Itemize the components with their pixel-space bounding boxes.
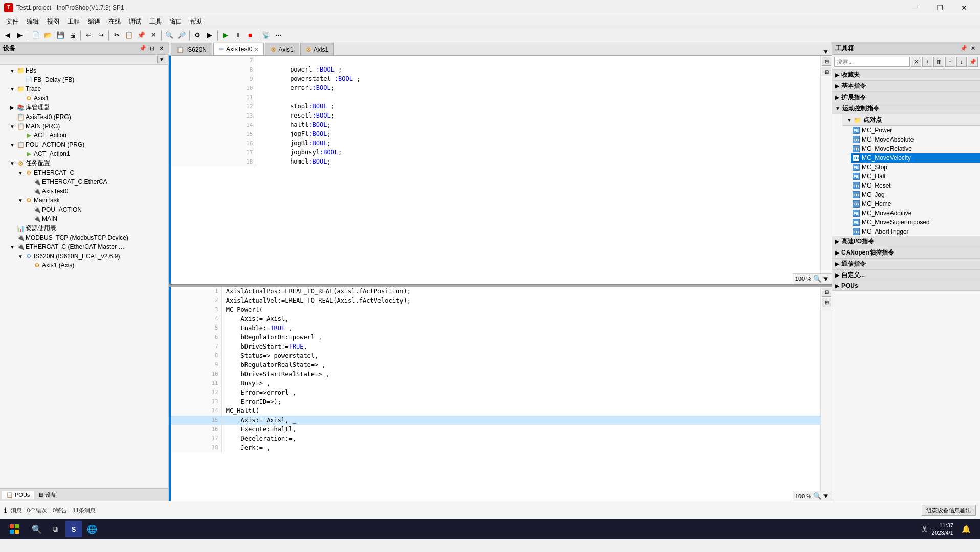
toolbar-find[interactable]: 🔍 xyxy=(164,30,175,41)
tree-node-maintask[interactable]: ▼ ⚙ MainTask xyxy=(0,196,168,205)
toolbar-save[interactable]: 💾 xyxy=(55,30,66,41)
expand-icon-axis1-main[interactable] xyxy=(25,261,33,269)
tab-AxisTest0[interactable]: ✏ AxisTest0 ✕ xyxy=(213,43,264,55)
expand-icon-resource[interactable] xyxy=(8,224,16,233)
tree-node-axistest0[interactable]: 📋 AxisTest0 (PRG) xyxy=(0,112,168,122)
toolbox-section-motion[interactable]: ▼ 运动控制指令 xyxy=(832,103,980,114)
expand-icon-fbs[interactable]: ▼ xyxy=(8,66,16,75)
toolbox-item-mc-halt[interactable]: FB MC_Halt xyxy=(851,172,980,181)
tree-node-ethercat-ecat[interactable]: 🔌 ETHERCAT_C.EtherCA xyxy=(0,177,168,187)
tree-node-main-prg[interactable]: ▼ 📋 MAIN (PRG) xyxy=(0,122,168,131)
menu-compile[interactable]: 编译 xyxy=(84,16,104,28)
toolbox-item-mc-home[interactable]: FB MC_Home xyxy=(851,199,980,209)
tree-node-is620n[interactable]: ▼ ⚙ IS620N (IS620N_ECAT_v2.6.9) xyxy=(0,251,168,261)
tab-Axis1-1[interactable]: ⚙ Axis1 xyxy=(265,43,299,55)
toolbar-delete[interactable]: ✕ xyxy=(148,30,159,41)
expand-icon-ecat[interactable] xyxy=(25,178,33,186)
expand-icon-pou-action-sub[interactable] xyxy=(25,205,33,214)
tree-node-axistest0-sub[interactable]: 🔌 AxisTest0 xyxy=(0,187,168,196)
toolbox-section-highspeed[interactable]: ▶ 高速I/O指令 xyxy=(832,236,980,247)
search-pin-button[interactable]: 📌 xyxy=(968,57,978,67)
code-area-top[interactable]: 7 8 powerl :BOOL ; 9 powerstatel :BOOL ; xyxy=(171,56,820,284)
close-button[interactable]: ✕ xyxy=(952,0,976,15)
left-tab-pous[interactable]: 📋 POUs xyxy=(2,491,34,499)
expand-icon-act-action[interactable] xyxy=(16,131,25,140)
tree-node-act-action1[interactable]: ▶ ACT_Action1 xyxy=(0,149,168,158)
zoom-dropdown-top[interactable]: ▼ xyxy=(821,274,830,283)
tree-node-lib-manager[interactable]: ▶ 📚 库管理器 xyxy=(0,103,168,112)
expand-icon-ethercat-c[interactable]: ▼ xyxy=(16,169,25,177)
toolbar-new[interactable]: 📄 xyxy=(30,30,41,41)
zoom-dropdown-bottom[interactable]: ▼ xyxy=(821,492,830,500)
expand-icon-fb-delay[interactable] xyxy=(16,76,25,84)
expand-view-button[interactable]: ⊞ xyxy=(822,67,831,76)
toolbox-folder-point-to-point[interactable]: ▼ 📁 点对点 xyxy=(842,114,980,126)
right-panel-pin-button[interactable]: 📌 xyxy=(960,44,968,53)
tree-node-ethercat-master[interactable]: ▼ 🔌 ETHERCAT_C (EtherCAT Master SoftMe xyxy=(0,242,168,251)
search-delete-button[interactable]: 🗑 xyxy=(933,57,944,67)
search-up-button[interactable]: ↑ xyxy=(945,57,955,67)
menu-tools[interactable]: 工具 xyxy=(145,16,166,28)
toolbox-item-mc-power[interactable]: FB MC_Power xyxy=(851,126,980,135)
toolbar-build2[interactable]: ▶ xyxy=(204,30,215,41)
search-add-button[interactable]: + xyxy=(922,57,932,67)
toolbar-paste[interactable]: 📌 xyxy=(136,30,147,41)
toolbar-undo[interactable]: ↩ xyxy=(83,30,94,41)
split-view-button[interactable]: ⊟ xyxy=(822,57,831,66)
tree-node-ethercat-c[interactable]: ▼ ⚙ ETHERCAT_C xyxy=(0,168,168,177)
zoom-button-top[interactable]: 🔍 xyxy=(813,274,821,283)
toolbox-section-comms[interactable]: ▶ 通信指令 xyxy=(832,259,980,270)
taskbar-browser-button[interactable]: 🌐 xyxy=(84,521,100,537)
search-down-button[interactable]: ↓ xyxy=(956,57,967,67)
toolbar-forward[interactable]: ▶ xyxy=(14,30,26,41)
search-clear-button[interactable]: ✕ xyxy=(911,57,921,67)
menu-project[interactable]: 工程 xyxy=(63,16,84,28)
tree-node-axis1-trace[interactable]: ⚙ Axis1 xyxy=(0,94,168,103)
toolbox-item-mc-reset[interactable]: FB MC_Reset xyxy=(851,181,980,190)
tree-node-fbs[interactable]: ▼ 📁 FBs xyxy=(0,66,168,75)
expand-icon-ethercat-master[interactable]: ▼ xyxy=(8,243,16,251)
tree-node-modbus[interactable]: 🔌 MODBUS_TCP (ModbusTCP Device) xyxy=(0,233,168,242)
expand-icon-task-config[interactable]: ▼ xyxy=(8,159,16,168)
tree-node-resource[interactable]: 📊 资源使用表 xyxy=(0,223,168,233)
tab-IS620N[interactable]: 📋 IS620N xyxy=(171,43,212,55)
toolbox-item-mc-stop[interactable]: FB MC_Stop xyxy=(851,163,980,172)
expand-icon-pou-action[interactable]: ▼ xyxy=(8,141,16,149)
menu-view[interactable]: 视图 xyxy=(43,16,63,28)
restore-button[interactable]: ❐ xyxy=(928,0,951,15)
tree-dropdown-button[interactable]: ▼ xyxy=(157,56,166,63)
right-panel-close-button[interactable]: ✕ xyxy=(969,44,977,53)
expand-icon-act-action1[interactable] xyxy=(16,150,25,158)
taskbar-inoproshop-button[interactable]: S xyxy=(65,521,82,537)
toolbox-item-mc-movesuperimposed[interactable]: FB MC_MoveSuperImposed xyxy=(851,218,980,227)
expand-icon-modbus[interactable] xyxy=(8,234,16,242)
tree-node-pou-action-sub[interactable]: 🔌 POU_ACTION xyxy=(0,205,168,214)
toolbox-item-mc-moveabsolute[interactable]: FB MC_MoveAbsolute xyxy=(851,135,980,144)
start-button[interactable] xyxy=(2,519,27,539)
tree-node-trace[interactable]: ▼ 📁 Trace xyxy=(0,84,168,94)
tree-node-act-action[interactable]: ▶ ACT_Action xyxy=(0,131,168,140)
panel-float-button[interactable]: ⊡ xyxy=(148,44,156,53)
expand-icon-axistest0[interactable] xyxy=(8,113,16,121)
tree-node-axis1-main[interactable]: ⚙ Axis1 (Axis) xyxy=(0,261,168,270)
expand-icon-axis1-trace[interactable] xyxy=(16,94,25,102)
code-area-bottom[interactable]: 1 AxislActualPos:=LREAL_TO_REAL(axisl.fA… xyxy=(171,287,820,501)
menu-window[interactable]: 窗口 xyxy=(166,16,186,28)
toolbar-open[interactable]: 📂 xyxy=(42,30,54,41)
toolbar-back[interactable]: ◀ xyxy=(2,30,13,41)
tree-node-pou-action[interactable]: ▼ 📋 POU_ACTION (PRG) xyxy=(0,140,168,149)
toolbox-item-mc-jog[interactable]: FB MC_Jog xyxy=(851,190,980,199)
expand-view-button-bottom[interactable]: ⊞ xyxy=(822,298,831,307)
menu-help[interactable]: 帮助 xyxy=(186,16,207,28)
toolbar-stop[interactable]: ■ xyxy=(244,30,256,41)
toolbox-section-pous[interactable]: ▶ POUs xyxy=(832,281,980,291)
tab-Axis1-2[interactable]: ⚙ Axis1 xyxy=(300,43,334,55)
toolbox-item-mc-moverelative[interactable]: FB MC_MoveRelative xyxy=(851,144,980,153)
menu-edit[interactable]: 编辑 xyxy=(23,16,43,28)
tree-node-main-sub[interactable]: 🔌 MAIN xyxy=(0,214,168,223)
expand-icon-lib[interactable]: ▶ xyxy=(8,104,16,112)
toolbox-section-basic[interactable]: ▶ 基本指令 xyxy=(832,81,980,92)
panel-close-button[interactable]: ✕ xyxy=(157,44,165,53)
expand-icon-trace[interactable]: ▼ xyxy=(8,85,16,93)
expand-icon-main-sub[interactable] xyxy=(25,215,33,223)
